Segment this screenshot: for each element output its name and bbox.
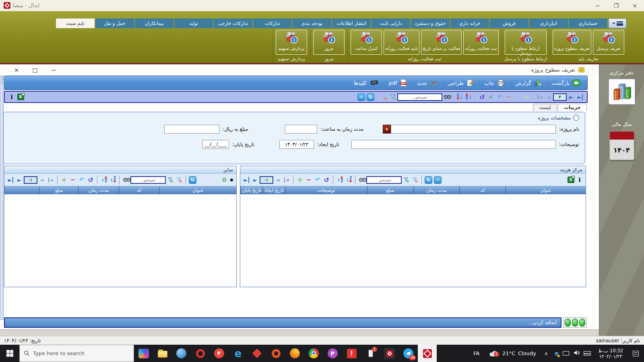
tab-treasury[interactable]: خزانه داری [450, 19, 489, 28]
collapse-button[interactable]: − [434, 176, 442, 184]
design-button[interactable]: طراحی [442, 77, 479, 89]
tab-inventory[interactable]: انبارداری [529, 19, 568, 28]
add-record-icon[interactable]: + [60, 176, 68, 184]
last-record-button[interactable]: ► [243, 176, 250, 184]
prev-record-button[interactable]: ◄ [274, 176, 281, 184]
tab-fixed-assets[interactable]: دارایی ثابت [372, 19, 410, 28]
undo-icon[interactable]: ↶ [78, 176, 85, 184]
doc-close-button[interactable]: × [7, 67, 26, 73]
tab-payroll[interactable]: حقوق و دستمزد [411, 19, 450, 28]
red-diamond-app-button[interactable] [248, 345, 266, 362]
table-body[interactable] [240, 194, 586, 287]
excel-export-icon[interactable]: X [568, 177, 574, 183]
recycle-icon[interactable]: ♻ [221, 176, 228, 184]
task-view-button[interactable] [134, 345, 153, 362]
column-code[interactable]: کد [119, 186, 159, 194]
register-daily-activity-button[interactable]: i ثبت فعالیت روزانه [463, 30, 499, 55]
keys-button[interactable]: کلیدها [349, 77, 384, 89]
keyboard-tray-icon[interactable]: ▪▪▪ [584, 351, 591, 356]
tab-procurement[interactable]: تدارکات [253, 19, 292, 28]
link-levels-personnel-button[interactable]: i ارتباط سطوح با پرسنل [505, 30, 547, 55]
filter-add-icon[interactable] [389, 93, 396, 101]
description-input[interactable] [351, 140, 556, 149]
column-created-date[interactable]: تاریخ ایجاد [262, 186, 285, 194]
blue-globe-app-button[interactable] [172, 345, 191, 362]
start-button[interactable] [0, 345, 19, 362]
column-description[interactable]: توضیحات [285, 186, 367, 194]
hour-control-button[interactable]: i کنترل ساعت [351, 30, 382, 55]
tab-production[interactable]: تولید [174, 19, 213, 28]
back-button[interactable]: بازگشت [547, 77, 586, 89]
red-app-button[interactable]: F [210, 345, 229, 362]
first-record-button[interactable]: ◄ [47, 176, 54, 184]
last-record-button[interactable]: ► [576, 93, 584, 101]
column-amount[interactable]: مبلغ [367, 186, 413, 194]
reload-icon[interactable]: ↺ [479, 93, 486, 101]
collapse-section-icon[interactable]: ⌃ [573, 115, 579, 121]
doc-minimize-button[interactable]: − [44, 67, 63, 73]
info-icon[interactable]: i [576, 176, 583, 184]
undo-icon[interactable]: ↶ [496, 93, 504, 101]
green-light-icon[interactable] [579, 319, 585, 327]
last-record-button[interactable]: ► [7, 176, 14, 184]
sepidar-app-button[interactable] [380, 345, 399, 362]
splitter-grip[interactable] [0, 76, 4, 320]
record-number-input[interactable] [24, 176, 37, 184]
report-button[interactable]: گزارش [510, 77, 546, 89]
record-number-input[interactable] [553, 93, 567, 101]
column-end-date[interactable]: تاریخ پایان [240, 186, 262, 194]
define-personnel-button[interactable]: i تعریف پرسنل [593, 30, 624, 55]
column-blank[interactable] [4, 186, 39, 194]
chrome-button[interactable] [304, 345, 323, 362]
sort-ascending-icon[interactable]: AZ↓ [336, 176, 343, 184]
reload-icon[interactable]: ↺ [87, 176, 94, 184]
file-explorer-button[interactable] [153, 345, 172, 362]
tab-budgeting[interactable]: بودجه بندی [293, 19, 331, 28]
new-button[interactable]: جدید [412, 77, 442, 89]
first-record-button[interactable]: ◄ [283, 176, 290, 184]
tab-sales[interactable]: فروش [490, 19, 528, 28]
search-input[interactable] [397, 93, 442, 101]
add-record-icon[interactable]: + [296, 176, 303, 184]
office-button[interactable] [609, 79, 635, 105]
search-input[interactable] [366, 176, 402, 184]
project-name-input[interactable] [391, 125, 556, 134]
tab-info-publishing[interactable]: انتشار اطلاعات [332, 19, 371, 28]
column-duration[interactable]: مدت زمان [78, 186, 119, 194]
tab-details[interactable]: جزییات [558, 104, 587, 111]
sort-ascending-icon[interactable]: AZ↓ [465, 93, 473, 101]
prev-record-button[interactable]: ◄ [38, 176, 45, 184]
refresh-button[interactable]: ↻ [367, 93, 374, 101]
created-date-input[interactable] [279, 140, 314, 149]
delete-record-icon[interactable]: − [69, 176, 76, 184]
prev-record-button[interactable]: ◄ [545, 93, 552, 101]
settings-gears-icon[interactable]: ⚙⚙ [358, 176, 365, 184]
activity-by-date-button[interactable]: i فعالیت بر مبنای تاریخ [421, 30, 462, 55]
collapse-button[interactable]: − [357, 93, 365, 101]
refresh-button[interactable]: ↻ [425, 176, 432, 184]
column-duration[interactable]: مدت زمان [413, 186, 460, 194]
taskbar-search[interactable]: Type here to search [19, 345, 134, 362]
filter-remove-icon[interactable] [411, 176, 419, 184]
search-input[interactable] [130, 176, 166, 184]
info-icon[interactable]: i [8, 93, 15, 101]
duration-input[interactable] [285, 125, 317, 134]
first-record-button[interactable]: ◄ [536, 93, 543, 101]
tab-accounting[interactable]: حسابداری [569, 19, 607, 28]
filter-add-icon[interactable] [402, 176, 410, 184]
phone-app-button[interactable]: 1 [361, 345, 380, 362]
minimize-button[interactable]: − [588, 0, 607, 11]
speaker-icon[interactable] [573, 350, 580, 357]
pdf-button[interactable]: PDF pdf [384, 77, 412, 89]
record-number-input[interactable] [260, 176, 273, 184]
tray-edge-icon[interactable]: e [555, 350, 559, 357]
restore-button[interactable]: ❐ [607, 0, 625, 11]
confirm-icon[interactable]: ✔ [487, 93, 495, 101]
column-code[interactable]: کد [459, 186, 506, 194]
next-record-button[interactable]: ► [252, 176, 259, 184]
delete-record-icon[interactable]: − [505, 93, 512, 101]
tab-timesheet[interactable]: تایم شیت [56, 19, 95, 28]
active-app-button[interactable] [418, 345, 437, 362]
settings-gears-icon[interactable]: ⚙⚙ [122, 176, 130, 184]
language-indicator[interactable]: FA [469, 350, 484, 356]
